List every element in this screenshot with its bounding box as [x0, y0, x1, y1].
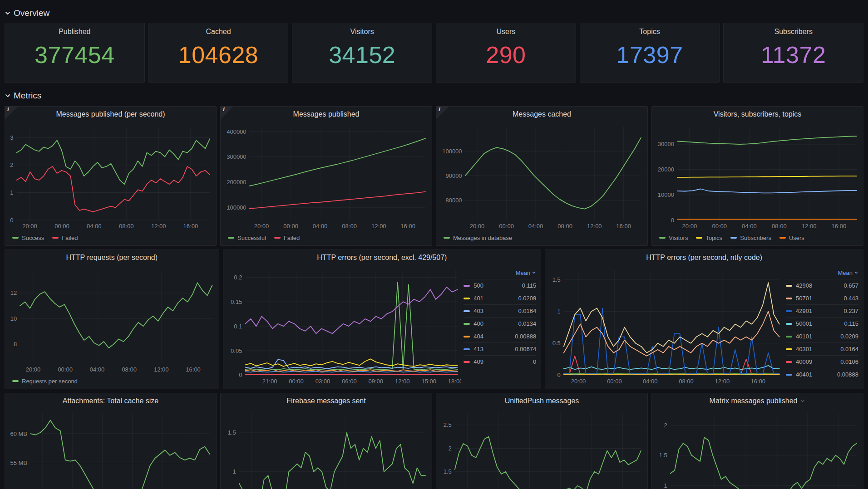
legend-label[interactable]: 40101 [796, 333, 812, 340]
metric-panel-matrix-messages-published: Matrix messages published 0.511.52 [651, 393, 863, 489]
panel-title[interactable]: Firebase messages sent [286, 397, 365, 405]
legend-item[interactable]: Messages in database [444, 235, 512, 241]
legend-row[interactable]: 401010.0209 [786, 330, 858, 342]
panel-body: 20:0000:0004:0008:0012:0016:000123 Succe… [8, 122, 213, 244]
legend-label[interactable]: 40401 [796, 371, 812, 378]
time-series-chart: 20:0000:0004:0008:0012:0016:0000.511.5 [548, 265, 783, 387]
panel-body: 55 MB60 MB [8, 409, 213, 489]
legend-mean-value: 0.00888 [515, 333, 536, 340]
panel-header: i Messages cached [439, 107, 645, 122]
legend-item[interactable]: Requests per second [12, 378, 78, 385]
panel-title[interactable]: Matrix messages published [710, 397, 798, 405]
legend-row[interactable]: 4130.00674 [464, 342, 536, 355]
legend-row[interactable]: 429080.657 [786, 279, 858, 292]
legend-label[interactable]: 409 [473, 358, 483, 365]
legend-item[interactable]: Topics [696, 235, 722, 241]
panel-title[interactable]: Messages published (per second) [56, 110, 165, 118]
legend-item[interactable]: Successful [228, 235, 266, 241]
metrics-grid: i Messages published (per second) 20:000… [5, 106, 863, 489]
panel-header: HTTP errors (per second, ntfy code) [548, 250, 860, 265]
svg-text:04:00: 04:00 [87, 223, 102, 230]
legend-row[interactable]: 400090.0106 [786, 355, 858, 368]
legend-row[interactable]: 4040.00888 [464, 330, 536, 342]
legend-item[interactable]: Visitors [659, 235, 688, 241]
legend-sort-mean[interactable]: Mean [786, 266, 858, 279]
legend-item[interactable]: Users [779, 235, 804, 241]
legend-label[interactable]: 50701 [796, 295, 812, 302]
time-series-chart: 21:0000:0003:0006:0009:0012:0015:0018:00… [226, 265, 461, 387]
legend-label: Failed [62, 235, 78, 241]
legend-label[interactable]: 404 [473, 333, 483, 340]
legend-mean-value: 0.443 [843, 295, 858, 302]
legend-label[interactable]: 500 [473, 282, 483, 289]
panel-title[interactable]: UnifiedPush messages [505, 397, 579, 405]
chevron-down-icon[interactable] [800, 398, 805, 404]
legend-row[interactable]: 404010.00888 [786, 368, 858, 381]
legend-swatch [696, 237, 702, 239]
legend-swatch [464, 348, 470, 350]
panel-title[interactable]: Visitors, subscribers, topics [714, 110, 802, 118]
legend-row[interactable]: 429010.237 [786, 304, 858, 317]
legend-sort-mean[interactable]: Mean [464, 266, 536, 279]
svg-text:1.5: 1.5 [552, 276, 561, 283]
stat-value: 34152 [329, 37, 395, 73]
svg-text:10: 10 [10, 315, 17, 322]
svg-text:0: 0 [671, 217, 674, 224]
legend-swatch [464, 323, 470, 325]
legend-row[interactable]: 4000.0134 [464, 317, 536, 330]
legend-table: Mean 5000.1154010.02094030.01644000.0134… [461, 265, 538, 387]
info-icon[interactable]: i [5, 106, 18, 120]
svg-text:60 MB: 60 MB [10, 430, 27, 437]
info-icon[interactable]: i [220, 106, 234, 120]
metrics-row-2: HTTP requests (per second) 20:0000:0004:… [5, 249, 863, 389]
legend-label[interactable]: 400 [473, 320, 483, 327]
chart-area: 11.522.5 [439, 409, 645, 489]
time-series-chart: 55 MB60 MB [8, 409, 213, 489]
legend-mean-value: 0.0209 [518, 295, 536, 302]
legend-row[interactable]: 4010.0209 [464, 292, 536, 304]
legend-item[interactable]: Success [12, 235, 44, 241]
svg-text:18:00: 18:00 [448, 378, 461, 385]
legend-row[interactable]: 4090 [464, 355, 536, 368]
legend: Messages in database [439, 232, 645, 244]
panel-title[interactable]: HTTP requests (per second) [66, 254, 158, 262]
svg-text:1: 1 [664, 482, 667, 489]
legend-row[interactable]: 4030.0164 [464, 304, 536, 317]
legend-row[interactable]: 403010.0164 [786, 342, 858, 355]
panel-title[interactable]: Messages cached [513, 110, 571, 118]
metric-panel-unifiedpush-messages: UnifiedPush messages 11.522.5 [436, 393, 648, 489]
panel-title[interactable]: HTTP errors (per second, ntfy code) [646, 254, 762, 262]
section-overview-toggle[interactable]: Overview [5, 7, 863, 19]
legend-mean-label: Mean [516, 269, 531, 276]
panel-header: Matrix messages published [655, 393, 860, 409]
legend-swatch [779, 237, 786, 239]
legend-mean-value: 0.0209 [840, 333, 858, 340]
legend-label[interactable]: 50001 [796, 320, 812, 327]
legend-mean-value: 0.00888 [837, 371, 858, 378]
legend-label[interactable]: 40009 [796, 358, 812, 365]
legend-item[interactable]: Subscribers [730, 235, 771, 241]
legend-label[interactable]: 42908 [796, 282, 812, 289]
legend-mean-value: 0.657 [843, 282, 858, 289]
panel-title[interactable]: Attachments: Total cache size [63, 397, 158, 405]
panel-title[interactable]: HTTP errors (per second, excl. 429/507) [317, 254, 447, 262]
time-series-chart: 20:0000:0004:0008:0012:0016:001000002000… [223, 122, 429, 232]
legend-row[interactable]: 500010.115 [786, 317, 858, 330]
legend-label[interactable]: 403 [473, 308, 483, 314]
time-series-chart: 0.511.5 [223, 409, 429, 489]
legend-row[interactable]: 507010.443 [786, 292, 858, 304]
legend-label[interactable]: 40301 [796, 346, 812, 352]
section-metrics-toggle[interactable]: Metrics [5, 90, 863, 102]
time-series-chart: 20:0000:0004:0008:0012:0016:008000090000… [439, 122, 645, 232]
legend-table: Mean 429080.657507010.443429010.23750001… [783, 265, 860, 387]
legend-label[interactable]: 413 [473, 346, 483, 352]
legend-label[interactable]: 42901 [796, 308, 812, 314]
legend-item[interactable]: Failed [274, 235, 300, 241]
svg-text:12:00: 12:00 [154, 366, 168, 373]
legend-item[interactable]: Failed [52, 235, 78, 241]
svg-text:12:00: 12:00 [587, 223, 602, 230]
info-icon[interactable]: i [436, 106, 449, 120]
panel-title[interactable]: Messages published [293, 110, 360, 118]
legend-label[interactable]: 401 [473, 295, 483, 302]
legend-row[interactable]: 5000.115 [464, 279, 536, 292]
